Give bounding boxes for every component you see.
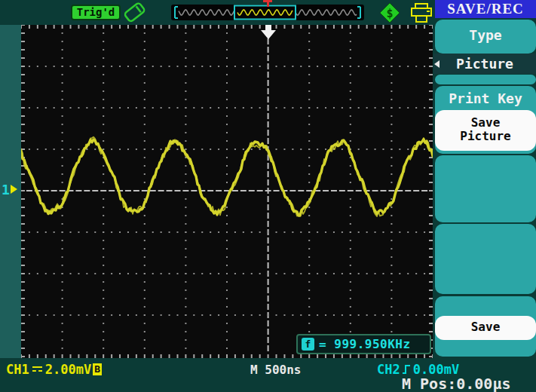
dc-coupling-icon — [32, 364, 42, 375]
channel1-marker[interactable]: 1 — [2, 182, 17, 197]
right-arrow-icon — [11, 185, 17, 194]
f-icon: f — [302, 338, 314, 351]
ch1-status: CH1 2.00mV B — [6, 362, 102, 377]
printer-icon — [409, 2, 433, 23]
trigger-t-icon — [262, 0, 273, 7]
bandwidth-limit-badge: B — [93, 363, 102, 375]
horizontal-memory-bar[interactable] — [171, 5, 364, 20]
menu-value-picture-label: Picture — [456, 56, 513, 72]
ch1-scale: 2.00mV — [45, 362, 91, 377]
frequency-value: = 999.950KHz — [319, 337, 411, 351]
frequency-counter: f = 999.950KHz — [296, 334, 431, 354]
memory-bar-graphic — [171, 5, 364, 20]
menu-item-type[interactable]: Type — [435, 20, 536, 54]
m-pos-status: M Pos:0.00µs — [402, 375, 511, 392]
dollar-save-icon: $ — [378, 2, 401, 23]
rising-edge-icon — [402, 363, 412, 375]
menu-item-print-key-label: Print Key — [435, 86, 536, 106]
channel1-number: 1 — [2, 182, 10, 198]
menu-value-picture[interactable]: Picture — [433, 54, 536, 74]
save-picture-line2: Picture — [435, 130, 536, 143]
menu-title: SAVE/REC — [435, 0, 536, 18]
menu-group-cap — [435, 75, 536, 84]
save-picture-button[interactable]: Save Picture — [435, 110, 536, 151]
usb-device-icon — [119, 1, 151, 23]
menu-slot-empty-1[interactable] — [435, 155, 536, 222]
waveform-display: f = 999.950KHz — [21, 25, 433, 358]
left-arrow-icon — [434, 60, 440, 68]
menu-item-type-label: Type — [435, 20, 536, 43]
save-button[interactable]: Save — [435, 316, 536, 340]
ch1-label: CH1 — [6, 362, 29, 377]
timebase-label: M 500ns — [250, 363, 301, 377]
ch2-label: CH2 — [377, 362, 400, 377]
m-pos-label: M Pos:0.00µs — [402, 375, 511, 392]
trigger-position-arrow[interactable] — [261, 25, 276, 39]
graticule-and-waveform — [21, 25, 433, 358]
trigger-status-badge: Trig'd — [71, 5, 121, 20]
menu-slot-empty-2[interactable] — [435, 224, 536, 294]
svg-text:$: $ — [386, 7, 393, 20]
save-picture-line1: Save — [435, 116, 536, 130]
timebase-status: M 500ns — [250, 362, 301, 377]
oscilloscope-screen: Trig'd $ SAVE/REC f = 999.9 — [0, 0, 536, 392]
